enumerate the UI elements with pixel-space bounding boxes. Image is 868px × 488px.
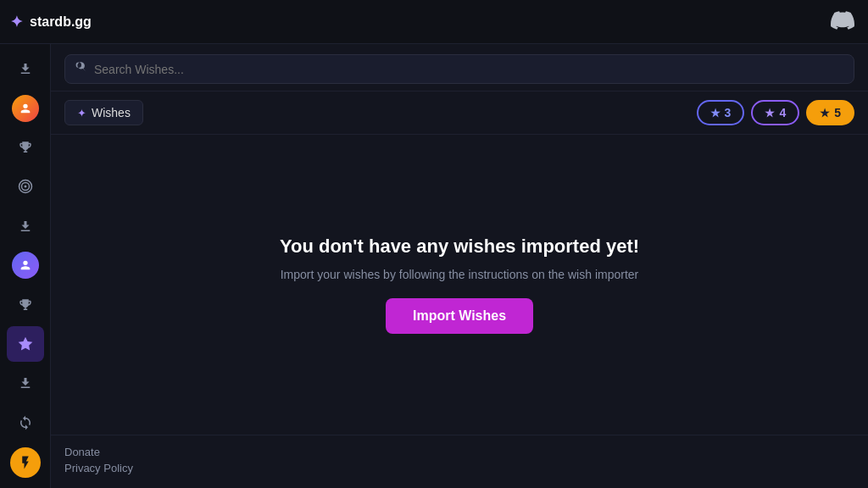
sidebar-item-download2[interactable] (7, 365, 44, 401)
search-bar[interactable] (64, 54, 854, 84)
empty-subtitle: Import your wishes by following the inst… (281, 268, 639, 281)
donate-link[interactable]: Donate (64, 446, 854, 458)
star-filter-3[interactable]: ★ 3 (697, 100, 745, 125)
avatar-2 (12, 252, 39, 279)
wishes-tab-label: Wishes (92, 106, 131, 119)
privacy-policy-link[interactable]: Privacy Policy (64, 462, 854, 474)
empty-state: You don't have any wishes imported yet! … (51, 135, 868, 435)
sidebar-item-avatar2[interactable] (7, 247, 44, 283)
logo-text: stardb.gg (30, 14, 92, 30)
avatar-1 (12, 95, 39, 122)
sidebar-item-import[interactable] (7, 208, 44, 244)
content-area: ✦ Wishes ★ 3 ★ 4 ★ 5 You don't hav (51, 44, 868, 488)
sidebar-item-wishes[interactable] (7, 326, 44, 362)
wishes-tab-icon: ✦ (77, 107, 86, 119)
sidebar-item-avatar1[interactable] (7, 90, 44, 125)
search-input[interactable] (94, 63, 843, 76)
star-3-label: 3 (725, 106, 732, 119)
empty-title: You don't have any wishes imported yet! (280, 236, 639, 258)
star-4-icon: ★ (765, 107, 775, 119)
star-4-label: 4 (779, 106, 786, 119)
yellow-circle (10, 447, 41, 478)
svg-point-2 (24, 186, 26, 188)
search-wrapper (51, 44, 868, 92)
search-icon (75, 62, 87, 76)
logo-icon: ✦ (10, 13, 23, 31)
tabs-bar: ✦ Wishes ★ 3 ★ 4 ★ 5 (51, 92, 868, 135)
sidebar (0, 44, 51, 488)
star-filter-4[interactable]: ★ 4 (751, 100, 799, 125)
sidebar-item-target[interactable] (7, 169, 44, 204)
sidebar-item-bolt[interactable] (7, 444, 44, 481)
footer: Donate Privacy Policy (51, 435, 868, 488)
star-5-label: 5 (834, 106, 841, 119)
sidebar-item-trophy[interactable] (7, 130, 44, 165)
sidebar-item-refresh[interactable] (7, 405, 44, 441)
sidebar-bottom (7, 444, 44, 481)
topbar: ✦ stardb.gg (0, 0, 868, 44)
star-filter-group: ★ 3 ★ 4 ★ 5 (697, 100, 854, 125)
star-5-icon: ★ (820, 107, 830, 119)
logo: ✦ stardb.gg (10, 13, 92, 31)
discord-icon[interactable] (831, 8, 854, 36)
star-filter-5[interactable]: ★ 5 (806, 100, 854, 125)
main-layout: ✦ Wishes ★ 3 ★ 4 ★ 5 You don't hav (0, 44, 868, 488)
wishes-tab[interactable]: ✦ Wishes (64, 100, 143, 125)
sidebar-item-trophy2[interactable] (7, 286, 44, 322)
star-3-icon: ★ (710, 107, 721, 119)
import-wishes-button[interactable]: Import Wishes (386, 298, 533, 334)
sidebar-item-download[interactable] (7, 51, 44, 86)
